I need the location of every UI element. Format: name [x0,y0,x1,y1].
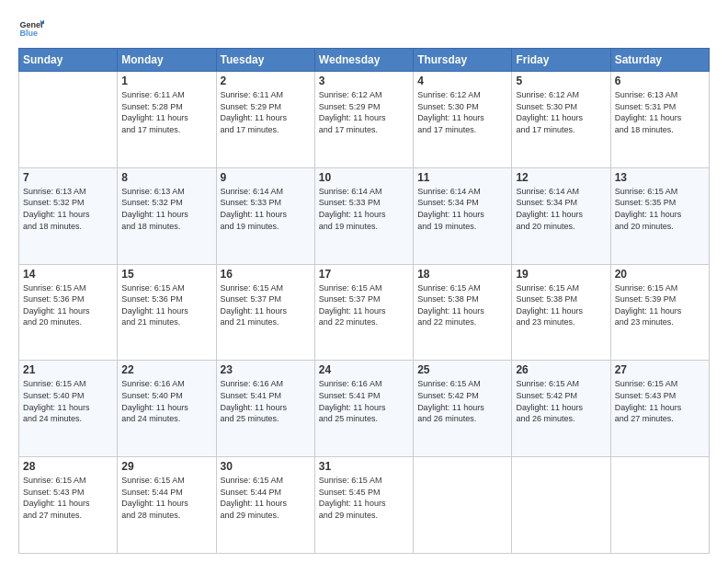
day-info: Sunrise: 6:15 AM Sunset: 5:43 PM Dayligh… [615,378,705,424]
calendar-day-cell: 3Sunrise: 6:12 AM Sunset: 5:29 PM Daylig… [314,72,413,168]
day-number: 31 [319,460,409,473]
calendar-week-row: 1Sunrise: 6:11 AM Sunset: 5:28 PM Daylig… [19,72,710,168]
day-number: 24 [319,363,409,376]
calendar-day-cell: 19Sunrise: 6:15 AM Sunset: 5:38 PM Dayli… [512,264,610,361]
day-number: 28 [23,460,113,473]
calendar-header-cell: Saturday [610,49,709,72]
day-number: 12 [516,171,606,184]
day-info: Sunrise: 6:11 AM Sunset: 5:28 PM Dayligh… [121,89,211,135]
day-info: Sunrise: 6:14 AM Sunset: 5:33 PM Dayligh… [221,186,311,232]
header: General Blue [18,15,710,40]
day-number: 29 [121,460,211,473]
day-info: Sunrise: 6:15 AM Sunset: 5:44 PM Dayligh… [221,475,311,521]
day-info: Sunrise: 6:15 AM Sunset: 5:38 PM Dayligh… [516,282,606,328]
day-info: Sunrise: 6:16 AM Sunset: 5:41 PM Dayligh… [319,378,409,424]
day-number: 11 [417,171,507,184]
calendar-day-cell: 29Sunrise: 6:15 AM Sunset: 5:44 PM Dayli… [118,457,216,554]
calendar-day-cell: 15Sunrise: 6:15 AM Sunset: 5:36 PM Dayli… [118,264,216,361]
day-number: 2 [221,75,311,87]
calendar-header-cell: Tuesday [216,49,314,72]
calendar-day-cell: 24Sunrise: 6:16 AM Sunset: 5:41 PM Dayli… [314,361,413,457]
calendar-day-cell: 27Sunrise: 6:15 AM Sunset: 5:43 PM Dayli… [610,361,709,457]
calendar-day-cell [512,457,610,554]
day-info: Sunrise: 6:15 AM Sunset: 5:39 PM Dayligh… [615,282,705,328]
day-number: 20 [615,268,705,281]
day-number: 5 [516,75,606,87]
calendar-day-cell: 26Sunrise: 6:15 AM Sunset: 5:42 PM Dayli… [512,361,610,457]
calendar-header-cell: Monday [118,49,216,72]
day-info: Sunrise: 6:15 AM Sunset: 5:36 PM Dayligh… [23,282,113,328]
day-number: 3 [319,75,409,87]
calendar-day-cell: 8Sunrise: 6:13 AM Sunset: 5:32 PM Daylig… [118,167,216,264]
calendar-day-cell: 5Sunrise: 6:12 AM Sunset: 5:30 PM Daylig… [512,72,610,168]
day-info: Sunrise: 6:15 AM Sunset: 5:37 PM Dayligh… [221,282,311,328]
day-number: 16 [221,268,311,281]
calendar-day-cell: 20Sunrise: 6:15 AM Sunset: 5:39 PM Dayli… [610,264,709,361]
day-info: Sunrise: 6:15 AM Sunset: 5:44 PM Dayligh… [121,475,211,521]
day-number: 26 [516,363,606,376]
day-number: 4 [417,75,507,87]
day-info: Sunrise: 6:15 AM Sunset: 5:40 PM Dayligh… [23,378,113,424]
day-number: 14 [23,268,113,281]
calendar-header-cell: Sunday [19,49,118,72]
day-info: Sunrise: 6:14 AM Sunset: 5:34 PM Dayligh… [516,186,606,232]
day-number: 25 [417,363,507,376]
calendar-header-cell: Wednesday [314,49,413,72]
day-info: Sunrise: 6:15 AM Sunset: 5:42 PM Dayligh… [516,378,606,424]
day-info: Sunrise: 6:13 AM Sunset: 5:32 PM Dayligh… [23,186,113,232]
calendar-day-cell: 31Sunrise: 6:15 AM Sunset: 5:45 PM Dayli… [314,457,413,554]
calendar-day-cell: 13Sunrise: 6:15 AM Sunset: 5:35 PM Dayli… [610,167,709,264]
day-number: 1 [121,75,211,87]
calendar-day-cell [414,457,512,554]
calendar-day-cell: 12Sunrise: 6:14 AM Sunset: 5:34 PM Dayli… [512,167,610,264]
day-info: Sunrise: 6:15 AM Sunset: 5:45 PM Dayligh… [319,475,409,521]
calendar-day-cell: 18Sunrise: 6:15 AM Sunset: 5:38 PM Dayli… [414,264,512,361]
day-number: 21 [23,363,113,376]
logo: General Blue [18,15,44,40]
day-info: Sunrise: 6:16 AM Sunset: 5:40 PM Dayligh… [121,378,211,424]
day-number: 7 [23,171,113,184]
calendar-day-cell: 25Sunrise: 6:15 AM Sunset: 5:42 PM Dayli… [414,361,512,457]
calendar-day-cell: 4Sunrise: 6:12 AM Sunset: 5:30 PM Daylig… [414,72,512,168]
day-info: Sunrise: 6:13 AM Sunset: 5:31 PM Dayligh… [615,89,705,135]
calendar-header-cell: Friday [512,49,610,72]
day-number: 23 [221,363,311,376]
day-number: 9 [221,171,311,184]
calendar-day-cell: 1Sunrise: 6:11 AM Sunset: 5:28 PM Daylig… [118,72,216,168]
calendar-day-cell: 30Sunrise: 6:15 AM Sunset: 5:44 PM Dayli… [216,457,314,554]
day-info: Sunrise: 6:15 AM Sunset: 5:43 PM Dayligh… [23,475,113,521]
day-number: 22 [121,363,211,376]
day-number: 15 [121,268,211,281]
day-info: Sunrise: 6:15 AM Sunset: 5:38 PM Dayligh… [417,282,507,328]
calendar-day-cell: 16Sunrise: 6:15 AM Sunset: 5:37 PM Dayli… [216,264,314,361]
day-number: 8 [121,171,211,184]
day-number: 18 [417,268,507,281]
day-info: Sunrise: 6:14 AM Sunset: 5:33 PM Dayligh… [319,186,409,232]
calendar-header-row: SundayMondayTuesdayWednesdayThursdayFrid… [19,49,710,72]
day-info: Sunrise: 6:14 AM Sunset: 5:34 PM Dayligh… [417,186,507,232]
calendar-day-cell: 10Sunrise: 6:14 AM Sunset: 5:33 PM Dayli… [314,167,413,264]
day-number: 13 [615,171,705,184]
day-info: Sunrise: 6:15 AM Sunset: 5:42 PM Dayligh… [417,378,507,424]
calendar-week-row: 28Sunrise: 6:15 AM Sunset: 5:43 PM Dayli… [19,457,710,554]
calendar-table: SundayMondayTuesdayWednesdayThursdayFrid… [18,48,710,554]
day-info: Sunrise: 6:15 AM Sunset: 5:35 PM Dayligh… [615,186,705,232]
calendar-week-row: 7Sunrise: 6:13 AM Sunset: 5:32 PM Daylig… [19,167,710,264]
day-info: Sunrise: 6:12 AM Sunset: 5:30 PM Dayligh… [516,89,606,135]
calendar-day-cell: 9Sunrise: 6:14 AM Sunset: 5:33 PM Daylig… [216,167,314,264]
day-number: 10 [319,171,409,184]
calendar-header-cell: Thursday [414,49,512,72]
day-number: 19 [516,268,606,281]
logo-icon: General Blue [18,15,44,40]
calendar-day-cell [610,457,709,554]
day-info: Sunrise: 6:12 AM Sunset: 5:30 PM Dayligh… [417,89,507,135]
calendar-day-cell: 14Sunrise: 6:15 AM Sunset: 5:36 PM Dayli… [19,264,118,361]
day-number: 27 [615,363,705,376]
svg-text:Blue: Blue [19,29,38,38]
day-info: Sunrise: 6:12 AM Sunset: 5:29 PM Dayligh… [319,89,409,135]
day-info: Sunrise: 6:16 AM Sunset: 5:41 PM Dayligh… [221,378,311,424]
calendar-day-cell: 23Sunrise: 6:16 AM Sunset: 5:41 PM Dayli… [216,361,314,457]
calendar-day-cell: 22Sunrise: 6:16 AM Sunset: 5:40 PM Dayli… [118,361,216,457]
day-info: Sunrise: 6:13 AM Sunset: 5:32 PM Dayligh… [121,186,211,232]
calendar-day-cell: 11Sunrise: 6:14 AM Sunset: 5:34 PM Dayli… [414,167,512,264]
